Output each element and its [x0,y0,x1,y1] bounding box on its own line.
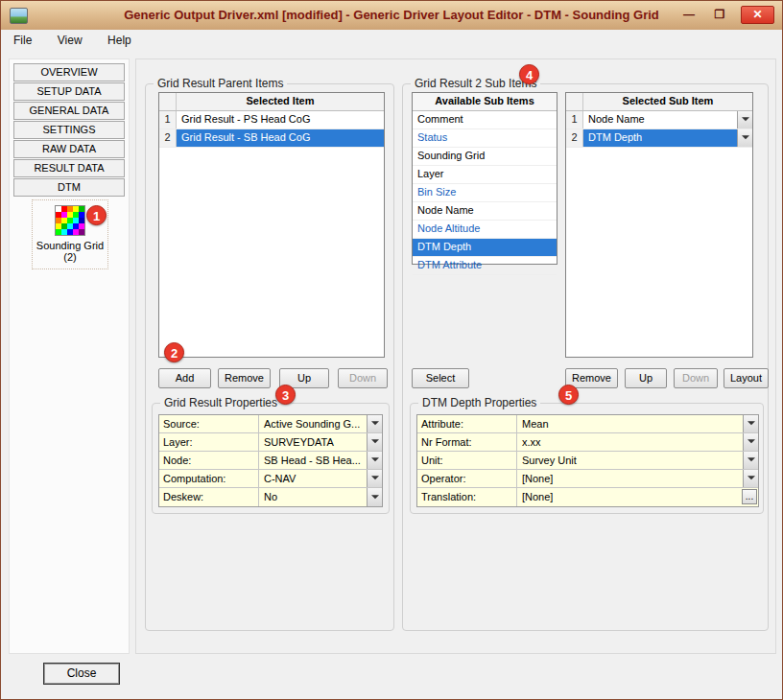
list-item[interactable]: DTM Attribute [413,257,557,275]
group-depth-properties-label: DTM Depth Properties [418,396,540,409]
annotation-badge-5: 5 [558,385,579,405]
depth-properties-table: Attribute: Mean Nr Format: x.xx Unit: Su… [416,414,759,507]
available-sub-items-header: Available Sub Items [413,93,557,111]
sounding-grid-label: Sounding Grid [33,240,107,251]
sidebar-item-raw-data[interactable]: RAW DATA [13,140,125,158]
property-label: Operator: [417,470,517,487]
list-item[interactable]: Comment [413,111,557,129]
chevron-down-icon[interactable] [743,470,758,487]
chevron-down-icon[interactable] [743,433,758,451]
down-sub-button[interactable]: Down [674,368,718,388]
chevron-down-icon[interactable] [367,488,382,506]
annotation-badge-2: 2 [164,342,184,362]
table-row[interactable]: 2 Grid Result - SB Head CoG [159,129,384,148]
chevron-down-icon[interactable] [737,129,752,147]
table-row[interactable]: 1 Grid Result - PS Head CoG [159,111,384,129]
chevron-down-icon[interactable] [367,470,382,487]
property-row: Deskew: No [159,488,382,506]
node-dropdown[interactable]: SB Head - SB Hea... [259,452,382,469]
window-title: Generic Output Driver.xml [modified] - G… [1,1,782,30]
layout-button[interactable]: Layout [724,368,769,388]
menu-help[interactable]: Help [99,30,140,52]
chevron-down-icon[interactable] [367,452,382,469]
annotation-badge-1: 1 [86,205,107,225]
property-label: Deskew: [159,488,259,506]
sidebar-item-setup-data[interactable]: SETUP DATA [13,82,125,101]
list-item[interactable]: Status [413,129,557,148]
down-parent-button[interactable]: Down [338,368,388,388]
chevron-down-icon[interactable] [367,415,382,432]
source-dropdown[interactable]: Active Sounding G... [259,415,382,432]
parent-items-header-label: Selected Item [177,93,384,110]
parent-items-table: Selected Item 1 Grid Result - PS Head Co… [158,92,385,358]
close-window-button[interactable]: ✕ [741,6,774,24]
menu-view[interactable]: View [49,30,91,52]
sidebar-item-result-data[interactable]: RESULT DATA [13,159,125,177]
sidebar: OVERVIEW SETUP DATA GENERAL DATA SETTING… [9,58,130,654]
property-row: Source: Active Sounding G... [159,415,382,433]
property-label: Unit: [417,452,517,469]
selected-sub-item-table: Selected Sub Item 1 Node Name 2 DTM Dept… [565,92,753,358]
property-label: Node: [159,452,259,469]
property-label: Attribute: [417,415,517,432]
maximize-button[interactable]: ❐ [710,6,729,24]
selected-sub-item-header: Selected Sub Item [566,93,752,111]
property-row: Translation: [None]... [417,488,758,506]
window-controls: — ❐ ✕ [679,6,774,24]
list-item[interactable]: Sounding Grid [413,148,557,166]
group-parent-properties-label: Grid Result Properties [160,396,281,409]
available-sub-items-list: Available Sub Items Comment Status Sound… [412,92,558,265]
translation-field[interactable]: [None]... [517,488,758,506]
deskew-dropdown[interactable]: No [259,488,382,506]
parent-items-table-header: Selected Item [159,93,384,111]
layer-dropdown[interactable]: SURVEYDATA [259,433,382,451]
chevron-down-icon[interactable] [743,415,758,432]
list-item[interactable]: Layer [413,166,557,184]
ellipsis-button[interactable]: ... [742,489,757,504]
chevron-down-icon[interactable] [743,452,758,469]
minimize-button[interactable]: — [679,6,699,24]
sidebar-item-overview[interactable]: OVERVIEW [13,63,125,82]
property-row: Attribute: Mean [417,415,758,433]
list-item[interactable]: Node Altitude [413,221,557,239]
computation-dropdown[interactable]: C-NAV [259,470,382,487]
annotation-badge-4: 4 [519,64,539,84]
add-button[interactable]: Add [158,368,211,388]
sounding-grid-icon [55,205,85,236]
parent-properties-table: Source: Active Sounding G... Layer: SURV… [158,414,383,507]
property-label: Translation: [417,488,517,506]
up-sub-button[interactable]: Up [625,368,667,388]
menubar: File View Help [1,30,782,52]
menu-file[interactable]: File [5,30,40,52]
property-label: Layer: [159,433,259,451]
selected-sub-item-header-label: Selected Sub Item [583,93,752,110]
property-label: Nr Format: [417,433,517,451]
property-row: Computation: C-NAV [159,470,382,488]
sidebar-item-dtm[interactable]: DTM [13,178,125,197]
operator-dropdown[interactable]: [None] [517,470,758,487]
property-row: Node: SB Head - SB Hea... [159,452,382,470]
list-item[interactable]: DTM Depth [413,239,557,257]
property-label: Source: [159,415,259,432]
sidebar-item-settings[interactable]: SETTINGS [13,121,125,139]
property-row: Layer: SURVEYDATA [159,433,382,452]
chevron-down-icon[interactable] [367,433,382,451]
close-button[interactable]: Close [43,663,120,685]
window: Generic Output Driver.xml [modified] - G… [0,0,783,700]
table-row[interactable]: 2 DTM Depth [566,129,752,148]
chevron-down-icon[interactable] [737,111,752,128]
sounding-grid-count: (2) [33,251,107,263]
group-parent-items-label: Grid Result Parent Items [154,77,287,90]
property-label: Computation: [159,470,259,487]
attribute-dropdown[interactable]: Mean [517,415,758,432]
select-button[interactable]: Select [412,368,469,388]
remove-parent-button[interactable]: Remove [218,368,271,388]
unit-dropdown[interactable]: Survey Unit [517,452,758,469]
titlebar: Generic Output Driver.xml [modified] - G… [1,1,782,31]
table-row[interactable]: 1 Node Name [566,111,752,129]
annotation-badge-3: 3 [275,385,296,405]
list-item[interactable]: Bin Size [413,184,557,202]
sidebar-item-general-data[interactable]: GENERAL DATA [13,102,125,120]
nr-format-dropdown[interactable]: x.xx [517,433,758,451]
list-item[interactable]: Node Name [413,202,557,221]
